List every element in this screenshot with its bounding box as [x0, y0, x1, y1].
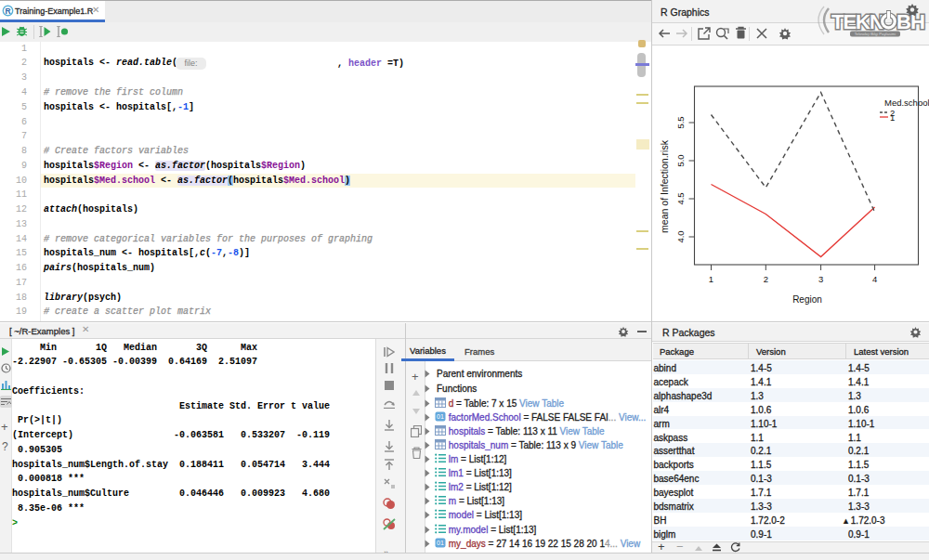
svg-text:Med.school: Med.school: [884, 98, 929, 108]
svg-text:Teknoloji Bilgi Paylasimi: Teknoloji Bilgi Paylasimi: [855, 32, 896, 36]
svg-text:5.0: 5.0: [675, 154, 686, 166]
svg-text:R: R: [5, 7, 10, 16]
svg-text:1: 1: [709, 274, 713, 284]
svg-text:01: 01: [437, 540, 444, 546]
svg-text:4: 4: [872, 274, 877, 284]
svg-text:mean of Infection.risk: mean of Infection.risk: [659, 139, 670, 233]
svg-text:4.5: 4.5: [675, 192, 686, 204]
svg-text:4.0: 4.0: [675, 230, 686, 242]
svg-text:3: 3: [818, 274, 823, 284]
svg-text:01: 01: [437, 413, 444, 420]
svg-text:2: 2: [764, 274, 768, 284]
svg-text:5.5: 5.5: [675, 116, 686, 128]
svg-text:TEKN: TEKN: [831, 10, 883, 33]
svg-text:Region: Region: [792, 294, 822, 305]
svg-text:1: 1: [890, 112, 895, 123]
